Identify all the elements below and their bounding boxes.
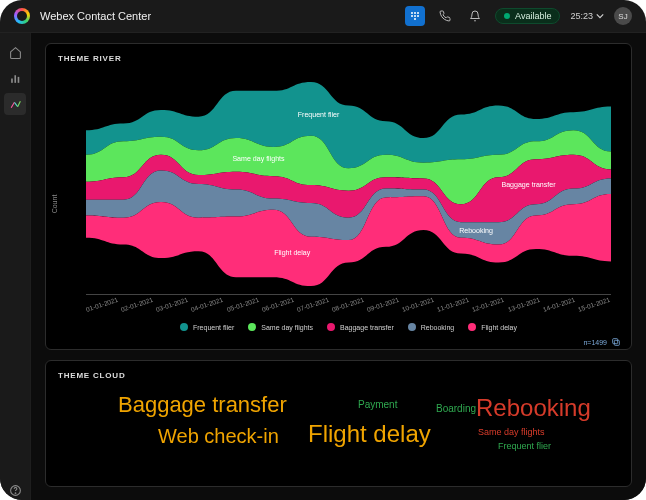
dialpad-icon[interactable]	[405, 6, 425, 26]
legend-label: Flight delay	[481, 324, 517, 331]
session-timer[interactable]: 25:23	[570, 11, 604, 21]
availability-status[interactable]: Available	[495, 8, 560, 24]
x-tick: 11-01-2021	[436, 296, 470, 313]
status-label: Available	[515, 11, 551, 21]
cloud-word[interactable]: Baggage transfer	[118, 394, 287, 416]
x-tick: 08-01-2021	[331, 296, 365, 313]
word-cloud: Baggage transferWeb check-inFlight delay…	[58, 386, 619, 476]
legend-swatch-icon	[468, 323, 476, 331]
logo-icon	[14, 8, 30, 24]
legend-label: Frequent flier	[193, 324, 234, 331]
series-label: Frequent flier	[298, 109, 340, 118]
legend-swatch-icon	[408, 323, 416, 331]
card-title: THEME CLOUD	[58, 371, 619, 380]
x-tick: 04-01-2021	[190, 296, 224, 313]
x-tick: 06-01-2021	[261, 296, 295, 313]
cloud-word[interactable]: Payment	[358, 400, 397, 410]
legend-swatch-icon	[180, 323, 188, 331]
copy-icon[interactable]	[611, 337, 621, 347]
card-title: THEME RIVER	[58, 54, 619, 63]
legend-item[interactable]: Rebooking	[408, 323, 454, 331]
cloud-word[interactable]: Flight delay	[308, 422, 431, 446]
theme-cloud-card: THEME CLOUD Baggage transferWeb check-in…	[45, 360, 632, 487]
series-label: Flight delay	[274, 247, 310, 256]
main-content: THEME RIVER Count Frequent flierSame day…	[31, 33, 646, 500]
nav-reports[interactable]	[4, 67, 26, 89]
svg-rect-13	[614, 340, 619, 345]
app-body: THEME RIVER Count Frequent flierSame day…	[0, 33, 646, 500]
nav-help[interactable]	[4, 479, 26, 500]
x-tick: 02-01-2021	[120, 296, 154, 313]
legend-item[interactable]: Same day flights	[248, 323, 313, 331]
bell-icon[interactable]	[465, 6, 485, 26]
legend-item[interactable]: Flight delay	[468, 323, 517, 331]
theme-river-card: THEME RIVER Count Frequent flierSame day…	[45, 43, 632, 350]
cloud-word[interactable]: Frequent flier	[498, 442, 551, 451]
svg-rect-14	[613, 339, 618, 344]
legend-item[interactable]: Frequent flier	[180, 323, 234, 331]
svg-rect-7	[11, 78, 13, 82]
nav-rail	[0, 33, 31, 500]
svg-point-3	[411, 15, 413, 17]
x-tick: 10-01-2021	[401, 296, 435, 313]
svg-rect-9	[17, 76, 19, 82]
legend-label: Same day flights	[261, 324, 313, 331]
theme-river-chart: Count Frequent flierSame day flightsBagg…	[58, 69, 619, 339]
svg-point-6	[414, 18, 416, 20]
plot-area: Frequent flierSame day flightsBaggage tr…	[86, 73, 611, 295]
series-label: Baggage transfer	[501, 180, 556, 189]
app-header: Webex Contact Center Available 25:23 SJ	[0, 0, 646, 33]
x-tick: 15-01-2021	[577, 296, 611, 313]
legend-swatch-icon	[327, 323, 335, 331]
legend-label: Baggage transfer	[340, 324, 394, 331]
chart-footer: n=1499	[583, 337, 621, 347]
nav-analytics[interactable]	[4, 93, 26, 115]
legend-swatch-icon	[248, 323, 256, 331]
phone-icon[interactable]	[435, 6, 455, 26]
svg-rect-8	[14, 75, 16, 83]
legend-label: Rebooking	[421, 324, 454, 331]
x-tick: 13-01-2021	[506, 296, 540, 313]
svg-point-1	[414, 12, 416, 14]
legend: Frequent flierSame day flightsBaggage tr…	[86, 323, 611, 331]
x-tick: 14-01-2021	[542, 296, 576, 313]
svg-point-4	[414, 15, 416, 17]
x-axis: 01-01-202102-01-202103-01-202104-01-2021…	[86, 306, 611, 313]
x-tick: 05-01-2021	[225, 296, 259, 313]
app-window: Webex Contact Center Available 25:23 SJ	[0, 0, 646, 500]
sample-count: n=1499	[583, 339, 607, 346]
app-title: Webex Contact Center	[40, 10, 151, 22]
cloud-word[interactable]: Web check-in	[158, 426, 279, 446]
series-label: Rebooking	[459, 226, 493, 235]
svg-point-5	[417, 15, 419, 17]
svg-point-11	[15, 492, 16, 493]
avatar[interactable]: SJ	[614, 7, 632, 25]
nav-home[interactable]	[4, 41, 26, 63]
x-tick: 09-01-2021	[366, 296, 400, 313]
series-label: Same day flights	[232, 154, 285, 163]
legend-item[interactable]: Baggage transfer	[327, 323, 394, 331]
x-tick: 07-01-2021	[296, 296, 330, 313]
x-tick: 01-01-2021	[85, 296, 119, 313]
chevron-down-icon	[596, 12, 604, 20]
y-axis-label: Count	[51, 195, 58, 214]
x-tick: 03-01-2021	[155, 296, 189, 313]
cloud-word[interactable]: Same day flights	[478, 428, 545, 437]
svg-point-0	[411, 12, 413, 14]
cloud-word[interactable]: Boarding	[436, 404, 476, 414]
x-tick: 12-01-2021	[471, 296, 505, 313]
cloud-word[interactable]: Rebooking	[476, 396, 591, 420]
status-dot-icon	[504, 13, 510, 19]
svg-point-2	[417, 12, 419, 14]
